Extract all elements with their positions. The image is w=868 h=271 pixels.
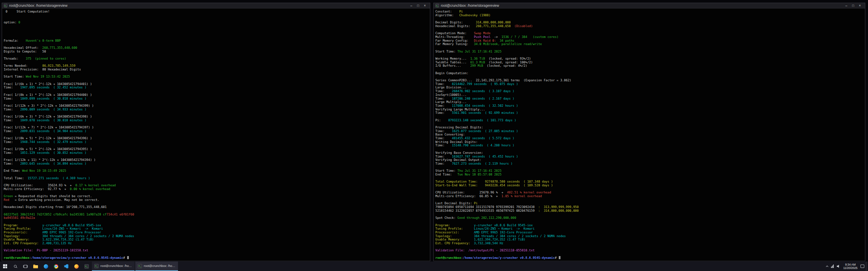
minimize-button[interactable]: –	[843, 3, 850, 8]
terminal-line: ba945581 49c9a22a	[4, 216, 430, 220]
start-button[interactable]	[0, 262, 10, 271]
terminal-line: Est. CPU Frequency: 2,400,731,135 Hz	[4, 242, 430, 245]
terminal-line: Processor(s): AMD EPYC 9965 192-Core Pro…	[4, 231, 430, 234]
maximize-button[interactable]: □	[850, 3, 856, 8]
terminal-line: Hexadecimal Digits: 260,771,355,448,658 …	[435, 24, 865, 28]
titlebar[interactable]: >_ root@crunchbox: /home/storagereview –…	[2, 3, 430, 8]
terminal-line	[4, 191, 430, 194]
show-desktop-button[interactable]	[866, 262, 868, 271]
terminal-line: Validation File: /mnt/output/Pi - 202511…	[435, 249, 865, 252]
terminal-line: Time: 1625.077 seconds ( 27.085 minutes …	[435, 129, 865, 133]
desktop: >_ root@crunchbox: /home/storagereview –…	[0, 0, 868, 271]
terminal-line: Time: 1849.070 seconds ( 30.818 minutes …	[4, 119, 430, 122]
terminal-line	[4, 111, 430, 115]
terminal-line	[4, 79, 430, 82]
vscode-button[interactable]	[61, 262, 71, 271]
terminal-line: Est. CPU Frequency: 3,732,340,544 Hz	[435, 242, 865, 245]
vscode-icon	[64, 264, 68, 269]
terminal-line	[435, 176, 865, 180]
terminal-line	[4, 166, 430, 169]
terminal-line	[4, 28, 430, 32]
terminal-line: Multi-Threading: Push Pool -> 1536 / ? /…	[435, 35, 865, 39]
terminal-cursor	[127, 256, 129, 259]
terminal-line: Time: 2096.009 seconds ( 34.933 minutes …	[4, 108, 430, 111]
terminal-icon: >_	[138, 264, 142, 268]
terminal-output[interactable]: Constant: PiAlgorithm: Chudnovsky (1988)…	[434, 9, 865, 261]
terminal-line	[4, 100, 430, 104]
terminal-window-left: >_ root@crunchbox: /home/storagereview –…	[2, 3, 430, 261]
chrome-button[interactable]	[51, 262, 61, 271]
terminal-line	[435, 17, 865, 21]
terminal-line: 0 Start Computation!	[4, 10, 430, 14]
taskbar-clock[interactable]: 9:34 AM 11/20/2025	[843, 263, 857, 270]
terminal-line: Hexadecimal Digits starting from: 16^260…	[4, 205, 430, 209]
terminal-line: Algorithm: Chudnovsky (1988)	[435, 14, 865, 17]
titlebar[interactable]: >_ root@crunchbox: /home/storagereview –…	[434, 3, 865, 8]
terminal-line: option: 0	[4, 21, 430, 24]
taskbar-window-button-terminal-2[interactable]: >_ root@crunchbox: /hom...	[135, 262, 178, 271]
taskbar: >_ >_ root@crunchbox: /hom... >_ root@cr…	[0, 262, 868, 271]
terminal-line: Time: 481455.432 seconds ( 5.572 days )	[435, 137, 865, 140]
terminal-line	[4, 71, 430, 75]
tray-expand-chevron-icon[interactable]	[826, 266, 828, 268]
terminal-line: Time: 7627.273 seconds ( 2.119 hours )	[435, 162, 865, 166]
terminal-output[interactable]: 0 Start Computation! option: 0 Formula: …	[2, 9, 430, 261]
terminal-line	[4, 245, 430, 249]
terminal-line	[435, 68, 865, 71]
close-button[interactable]: ×	[421, 3, 428, 8]
terminal-line: Green = Requested digits that should be …	[4, 194, 430, 198]
search-button[interactable]	[10, 262, 20, 271]
volume-icon[interactable]	[837, 265, 840, 268]
terminal-line	[4, 14, 430, 17]
clock-time: 9:34 AM	[843, 263, 857, 266]
terminal-pinned-button[interactable]: >_	[81, 262, 92, 271]
terminal-line	[4, 202, 430, 205]
terminal-line	[4, 89, 430, 93]
action-center-icon[interactable]	[861, 265, 864, 268]
terminal-line: Usable Memory: 1,622,394,724,352 (1.47 T…	[4, 238, 430, 242]
terminal-line	[4, 24, 430, 28]
taskbar-window-button-terminal-1[interactable]: >_ root@crunchbox: /hom...	[92, 262, 135, 271]
edge-icon	[44, 264, 48, 269]
terminal-line: Far Memory Config: Disk Raid 0: 34 paths	[435, 39, 865, 43]
terminal-line: Time: 8214462.799 seconds ( 95.075 days …	[435, 82, 865, 86]
terminal-line: 5218154462 3122022057 8794933535 4650797…	[435, 209, 865, 213]
window-title: root@crunchbox: /home/storagereview	[9, 3, 406, 8]
terminal-line: Time: 117008.454 seconds ( 32.502 hours …	[435, 104, 865, 108]
firefox-button[interactable]	[71, 262, 81, 271]
terminal-line	[4, 133, 430, 137]
terminal-line: Last Decimal Digits: Pi	[435, 202, 865, 205]
terminal-line: Far Memory Tuning: 34.0 MiB/seek, parall…	[435, 42, 865, 46]
terminal-line: Time: 1849.099 seconds ( 30.818 minutes …	[4, 97, 430, 101]
maximize-button[interactable]: □	[415, 3, 421, 8]
edge-button[interactable]	[41, 262, 51, 271]
terminal-icon: >_	[84, 264, 89, 269]
terminal-line: Total Time: 15727.271 seconds ( 4.369 ho…	[4, 176, 430, 180]
minimize-button[interactable]: –	[408, 3, 415, 8]
terminal-line: Formula: Huvent's 8-term BBP	[4, 39, 430, 43]
terminal-line: Tuning Profile: Linux/24-ZN5 ~ Komari ->…	[4, 227, 430, 231]
terminal-line	[4, 209, 430, 213]
terminal-line: Verifying Base Conversion:	[435, 151, 865, 155]
terminal-icon: >_	[4, 4, 7, 7]
terminal-line: Start Time: Wed Nov 19 13:53:42 2025	[4, 75, 430, 79]
chrome-icon	[54, 264, 58, 269]
system-tray: 9:34 AM 11/20/2025	[826, 262, 866, 271]
terminal-line: Threads: 375 (pinned to cores)	[4, 57, 430, 61]
terminal-line: Digits to Compute: 50	[4, 50, 430, 54]
terminal-line	[4, 53, 430, 57]
terminal-line: Frac( 1/(12k + 7) * 2^(-12k + 1043085421…	[4, 126, 430, 129]
task-view-button[interactable]	[20, 262, 31, 271]
terminal-line	[4, 180, 430, 184]
terminal-line: Start Time: Thu Jul 31 17:16:41 2025	[435, 50, 865, 54]
terminal-line: Base Converting:	[435, 133, 865, 137]
terminal-icon: >_	[94, 264, 99, 268]
terminal-line	[4, 17, 430, 21]
network-icon[interactable]	[831, 265, 834, 268]
terminal-line: 7980745094 6950711694 3311517070 9793399…	[435, 205, 865, 209]
terminal-line	[435, 46, 865, 50]
close-button[interactable]: ×	[856, 3, 863, 8]
terminal-line: Verifying Decimal Output:	[435, 158, 865, 162]
terminal-line: Time: 15148.790 seconds ( 4.208 hours )	[435, 144, 865, 147]
file-explorer-button[interactable]	[31, 262, 41, 271]
